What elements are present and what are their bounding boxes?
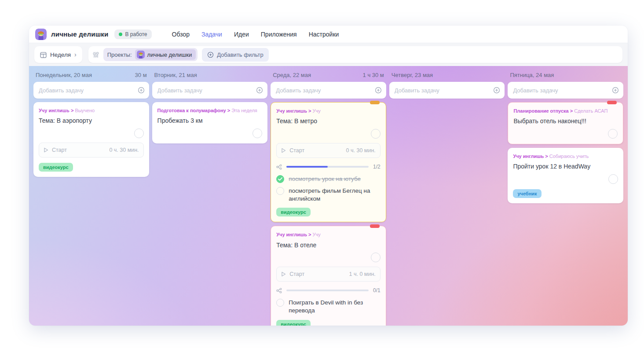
add-filter-label: Добавить фильтр (217, 51, 263, 58)
task-complete-checkbox[interactable] (252, 128, 262, 138)
column-friday: Пятница, 24 мая Планирование отпуска > С… (508, 69, 623, 203)
timer-bar[interactable]: Старт 0 ч. 30 мин. (39, 143, 144, 158)
breadcrumb-status[interactable]: Собираюсь учить (549, 154, 589, 159)
priority-tab-orange (370, 101, 380, 104)
project-chip-avatar (137, 51, 145, 59)
breadcrumb-separator: > (227, 108, 230, 113)
task-card[interactable]: Учу инглишь > Собираюсь учить Пройти уро… (508, 148, 623, 203)
filter-sliders-icon[interactable] (93, 51, 99, 58)
breadcrumb-separator: > (308, 232, 311, 237)
task-complete-checkbox[interactable] (371, 129, 381, 139)
tab-ideas[interactable]: Идеи (234, 31, 249, 38)
calendar-icon (40, 51, 47, 58)
add-filter-button[interactable]: Добавить фильтр (202, 48, 269, 62)
progress-bar (286, 290, 369, 291)
add-task-input[interactable] (389, 82, 505, 99)
circle-plus-icon[interactable] (493, 87, 500, 94)
project-filter-chip[interactable]: личные делишки (135, 49, 196, 60)
checklist-item-label[interactable]: Поиграть в Devil with in без перевода (289, 299, 381, 314)
breadcrumb: Планирование отпуска > Сделать АСАП (513, 108, 618, 114)
breadcrumb: Подготовка к полумарафону > Эта неделя (157, 107, 263, 114)
circle-plus-icon[interactable] (256, 87, 263, 94)
add-task-field (152, 82, 268, 99)
timer-bar[interactable]: Старт 1 ч. 0 мин. (276, 267, 381, 282)
task-card[interactable]: Учу инглишь > Выучено Тема: В аэропорту … (33, 102, 149, 177)
task-title[interactable]: Пройти урок 12 в HeadWay (513, 162, 618, 171)
project-avatar[interactable] (35, 29, 47, 40)
tag-textbook[interactable]: учебник (513, 189, 541, 198)
tab-tasks[interactable]: Задачи (201, 31, 222, 38)
add-task-input[interactable] (33, 82, 149, 99)
breadcrumb-project[interactable]: Учу инглишь (276, 108, 307, 114)
checklist-item: посмотреть фильм Беглец на английском (276, 187, 381, 202)
circle-plus-icon[interactable] (138, 87, 145, 94)
circle-plus-icon (207, 51, 214, 58)
task-check-row (157, 128, 263, 138)
add-task-input[interactable] (271, 82, 386, 99)
breadcrumb: Учу инглишь > Выучено (39, 107, 144, 114)
play-icon (281, 148, 286, 153)
task-title[interactable]: Пробежать 3 км (157, 117, 263, 125)
checklist-checkbox[interactable] (276, 187, 284, 195)
circle-plus-icon[interactable] (375, 87, 382, 94)
task-card[interactable]: Подготовка к полумарафону > Эта неделя П… (152, 102, 268, 143)
tab-settings[interactable]: Настройки (309, 31, 339, 38)
task-card[interactable]: Учу инглишь > Учу Тема: В отеле Старт 1 … (271, 226, 386, 326)
checklist-item-label[interactable]: посмотреть фильм Беглец на английском (289, 187, 381, 202)
tab-apps[interactable]: Приложения (261, 31, 297, 38)
breadcrumb-project[interactable]: Учу инглишь (276, 232, 307, 237)
breadcrumb-project[interactable]: Учу инглишь (513, 154, 544, 159)
priority-tab-red (370, 224, 380, 228)
task-title[interactable]: Тема: В метро (276, 117, 381, 125)
task-check-row (513, 129, 618, 139)
progress-bar-fill (286, 166, 327, 168)
status-badge-label: В работе (125, 31, 147, 37)
progress-count: 0/1 (373, 287, 381, 293)
task-title[interactable]: Выбрать отель наконец!!! (513, 117, 618, 125)
breadcrumb-status[interactable]: Учу (313, 232, 321, 237)
breadcrumb-status[interactable]: Сделать АСАП (574, 108, 607, 114)
tag-videocourse[interactable]: видеокурс (39, 163, 73, 172)
tab-overview[interactable]: Обзор (172, 31, 190, 38)
breadcrumb-status[interactable]: Выучено (75, 108, 95, 113)
projects-filter-token: Проекты: личные делишки (103, 48, 198, 61)
status-badge[interactable]: В работе (114, 29, 151, 39)
add-task-field (389, 82, 505, 99)
play-icon (44, 147, 48, 153)
add-task-input[interactable] (152, 82, 268, 99)
checklist-checkbox[interactable] (276, 299, 284, 307)
task-card[interactable]: Учу инглишь > Учу Тема: В метро Старт 0 … (271, 102, 386, 222)
task-complete-checkbox[interactable] (608, 129, 618, 139)
tag-videocourse[interactable]: видеокурс (276, 208, 311, 216)
priority-tab-red (607, 101, 617, 104)
breadcrumb-project[interactable]: Планирование отпуска (513, 108, 568, 114)
task-complete-checkbox[interactable] (134, 128, 144, 138)
breadcrumb-status[interactable]: Эта неделя (231, 108, 257, 113)
timer-duration: 0 ч. 30 мин. (346, 147, 376, 154)
checklist-checkbox-checked[interactable] (276, 175, 284, 183)
timer-label: Старт (52, 147, 67, 153)
checklist-item: Поиграть в Devil with in без перевода (276, 299, 381, 314)
app-window: личные делишки В работе Обзор Задачи Иде… (29, 26, 628, 326)
checklist-item-label[interactable]: посмотреть урок на ютубе (289, 175, 361, 183)
add-task-input[interactable] (508, 82, 623, 99)
tags-row: видеокурс (276, 320, 381, 326)
filters-bar: Проекты: личные делишки (88, 46, 622, 63)
task-title[interactable]: Тема: В аэропорту (39, 117, 144, 125)
circle-plus-icon[interactable] (612, 87, 619, 94)
task-title[interactable]: Тема: В отеле (276, 241, 381, 249)
checklist: Поиграть в Devil with in без перевода (276, 299, 381, 314)
period-selector-button[interactable]: Неделя › (34, 46, 82, 63)
breadcrumb-status[interactable]: Учу (313, 108, 321, 114)
breadcrumb-project[interactable]: Подготовка к полумарафону (157, 108, 226, 113)
breadcrumb: Учу инглишь > Собираюсь учить (513, 153, 618, 159)
check-icon (278, 177, 282, 181)
task-complete-checkbox[interactable] (608, 174, 618, 184)
breadcrumb-project[interactable]: Учу инглишь (39, 108, 70, 113)
timer-bar[interactable]: Старт 0 ч. 30 мин. (276, 143, 381, 158)
tag-videocourse[interactable]: видеокурс (276, 320, 311, 326)
task-complete-checkbox[interactable] (371, 253, 381, 262)
week-board: Понедельник, 20 мая 30 м Учу инглишь > В… (29, 66, 628, 326)
task-card[interactable]: Планирование отпуска > Сделать АСАП Выбр… (508, 102, 623, 144)
app-header: личные делишки В работе Обзор Задачи Иде… (29, 26, 628, 43)
